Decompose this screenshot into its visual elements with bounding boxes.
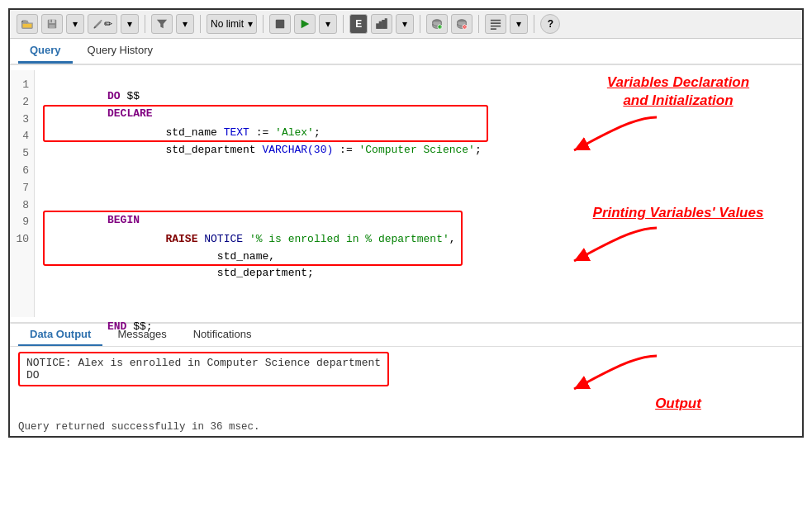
svg-rect-12 — [386, 19, 387, 28]
svg-text:✕: ✕ — [464, 25, 467, 29]
edit-dropdown-button[interactable]: ▾ — [121, 14, 139, 34]
code-line-5 — [43, 177, 546, 194]
code-content: DO $$ DECLARE std_name TEXT := 'Alex'; — [35, 70, 554, 317]
tab-query-history[interactable]: Query History — [76, 39, 164, 64]
svg-rect-21 — [491, 26, 501, 27]
bottom-section: Data Output Messages Notifications NOTIC… — [10, 322, 802, 436]
list-dropdown-button[interactable]: ▾ — [510, 14, 528, 34]
svg-rect-20 — [491, 22, 501, 24]
raise-box: RAISE NOTICE '% is enrolled in % departm… — [43, 211, 463, 265]
explain-button[interactable]: E — [349, 14, 368, 34]
save-button[interactable] — [41, 14, 63, 34]
open-folder-button[interactable] — [17, 14, 38, 34]
filter-button[interactable] — [151, 14, 173, 34]
output-box: NOTICE: Alex is enrolled in Computer Sci… — [18, 352, 389, 386]
output-area: NOTICE: Alex is enrolled in Computer Sci… — [10, 347, 554, 421]
arrow-raise-svg — [566, 224, 665, 265]
output-line-2: DO — [26, 369, 381, 381]
graph-dropdown-button[interactable]: ▾ — [396, 14, 414, 34]
svg-rect-11 — [382, 21, 385, 29]
separator-6 — [478, 15, 479, 33]
printing-vars-annotation: Printing Variables' Values — [566, 204, 791, 222]
code-line-7: RAISE NOTICE '% is enrolled in % departm… — [50, 212, 456, 230]
code-line-10: END $$; — [43, 300, 546, 317]
app-window: ▾ ✏ ▾ ▾ No limit ▾ — [8, 8, 804, 438]
separator-1 — [145, 15, 145, 33]
db-connect2-button[interactable]: ✕ — [451, 14, 472, 34]
svg-rect-4 — [50, 20, 52, 23]
code-line-3: std_name TEXT := 'Alex'; — [50, 107, 482, 124]
svg-rect-22 — [491, 28, 496, 30]
query-tabs-bar: Query Query History — [10, 39, 802, 65]
separator-3 — [263, 15, 264, 33]
toolbar: ▾ ✏ ▾ ▾ No limit ▾ — [10, 10, 802, 39]
arrow-declare-svg — [566, 113, 665, 154]
list-view-button[interactable] — [485, 14, 506, 34]
separator-5 — [420, 15, 420, 33]
help-button[interactable]: ? — [540, 14, 560, 34]
svg-rect-10 — [380, 21, 382, 28]
separator-7 — [534, 15, 534, 33]
line-numbers: 1 2 3 4 5 6 7 8 9 10 — [10, 70, 35, 317]
output-line-1: NOTICE: Alex is enrolled in Computer Sci… — [26, 357, 381, 369]
svg-marker-8 — [302, 20, 310, 29]
svg-rect-9 — [377, 24, 379, 28]
declare-box: std_name TEXT := 'Alex'; std_department … — [43, 105, 488, 143]
limit-label: No limit — [211, 18, 244, 30]
tab-query[interactable]: Query — [18, 39, 73, 64]
annotation-panel: Variables Declaration and Initialization — [554, 65, 802, 322]
svg-rect-19 — [491, 20, 501, 21]
svg-rect-7 — [276, 20, 285, 29]
separator-4 — [343, 15, 344, 33]
code-line-8: std_name, — [50, 230, 456, 247]
arrow-raise — [566, 224, 791, 265]
svg-text:✓: ✓ — [439, 26, 442, 29]
separator-2 — [200, 15, 201, 33]
arrow-output-container — [566, 352, 791, 393]
limit-select[interactable]: No limit ▾ — [207, 14, 257, 34]
svg-marker-6 — [157, 20, 167, 29]
output-label: Output — [655, 395, 701, 413]
code-editor[interactable]: 1 2 3 4 5 6 7 8 9 10 DO $$ DECLARE — [10, 65, 554, 322]
arrow-declare — [566, 113, 791, 154]
code-line-4: std_department VARCHAR(30) := 'Computer … — [50, 123, 482, 140]
variables-decl-label: Variables Declaration and Initialization — [566, 73, 791, 110]
variables-decl-annotation: Variables Declaration and Initialization — [566, 73, 791, 110]
arrow-output-svg — [566, 352, 665, 393]
filter-dropdown-button[interactable]: ▾ — [176, 14, 194, 34]
output-annotation-panel: Output — [554, 347, 802, 421]
output-section: NOTICE: Alex is enrolled in Computer Sci… — [10, 347, 802, 421]
edit-button[interactable]: ✏ — [88, 14, 117, 34]
code-line-9: std_department; — [50, 247, 456, 264]
code-line-1: DO $$ — [43, 70, 546, 88]
db-connect1-button[interactable]: ✓ — [426, 14, 448, 34]
run-dropdown-button[interactable]: ▾ — [319, 14, 337, 34]
printing-vars-label: Printing Variables' Values — [566, 204, 791, 222]
code-line-2: DECLARE — [43, 88, 546, 105]
run-button[interactable] — [294, 14, 316, 34]
code-line-6: BEGIN — [43, 194, 546, 211]
tab-notifications[interactable]: Notifications — [182, 324, 264, 346]
svg-rect-3 — [50, 25, 55, 28]
save-dropdown-button[interactable]: ▾ — [66, 14, 84, 34]
stop-button[interactable] — [269, 14, 291, 34]
status-line: Query returned successfully in 36 msec. — [10, 421, 802, 436]
graph-button[interactable] — [371, 14, 392, 34]
